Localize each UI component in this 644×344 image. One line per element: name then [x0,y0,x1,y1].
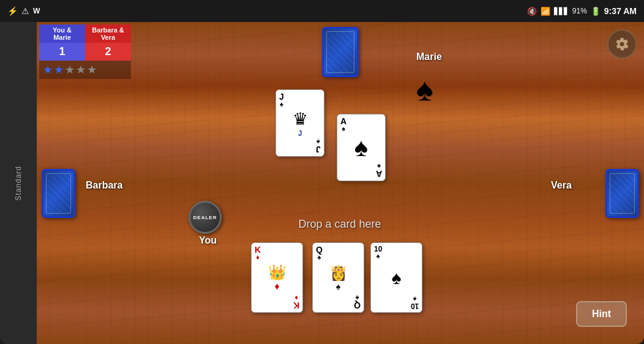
left-card-back [42,169,75,218]
star-1: ★ [43,63,53,77]
drop-zone-text: Drop a card here [298,218,381,231]
card-ace-spades[interactable]: A ♠ ♠ A ♠ [337,114,386,181]
status-right-icons: 🔇 📶 ▋▋▋ 91% 🔋 9:37 AM [527,6,637,16]
dealer-text: DEALER [193,215,217,220]
card-ten-spades[interactable]: 10 ♠ ♠ 10 ♠ [370,242,422,313]
score-board: You &Marie Barbara &Vera 1 2 ★ ★ ★ ★ ★ [39,24,131,79]
team2-score: 2 [85,43,131,61]
drop-zone[interactable]: Drop a card here [263,209,416,239]
right-card-back [605,169,639,218]
card-king-diamonds[interactable]: K ♦ 👑 ♦ K ♦ [251,242,303,313]
settings-button[interactable] [607,29,637,59]
game-area: You &Marie Barbara &Vera 1 2 ★ ★ ★ ★ ★ [37,22,644,344]
marie-spade-symbol: ♠ [416,71,433,108]
player-name-you: You [199,235,217,246]
card-queen-spades[interactable]: Q ♠ 👸 ♠ Q ♠ [312,242,364,313]
status-bar: ⚡ ⚠ W 🔇 📶 ▋▋▋ 91% 🔋 9:37 AM [0,0,644,22]
dealer-chip: DEALER [189,201,222,234]
dealer-chip-label: DEALER [193,215,217,220]
card-corner-bottom-j: J ♠ [316,138,321,154]
team1-header: You &Marie [39,24,85,43]
team1-score: 1 [39,43,85,61]
star-2: ★ [54,63,64,77]
hint-button[interactable]: Hint [576,301,627,327]
star-4: ★ [76,63,86,77]
player-name-barbara: Barbara [86,180,122,191]
score-table: You &Marie Barbara &Vera 1 2 [39,24,131,61]
wifi-icon: 📶 [541,7,550,16]
battery-icon: 🔋 [591,7,601,16]
card-corner-bottom-10: 10 ♠ [411,296,419,310]
battery-percent: 91% [572,7,587,15]
clock: 9:37 AM [604,6,637,16]
left-panel: Standard [0,22,37,344]
standard-label: Standard [14,166,23,201]
card-corner-bottom-a: A ♠ [376,163,382,178]
card-corner-bottom-q: Q ♠ [354,294,361,310]
team2-header: Barbara &Vera [85,24,131,43]
player-name-vera: Vera [551,180,572,191]
status-left-icons: ⚡ ⚠ W [7,6,40,16]
top-card-back [322,27,359,77]
device-frame: ⚡ ⚠ W 🔇 📶 ▋▋▋ 91% 🔋 9:37 AM Standard You… [0,0,644,344]
signal-icon: ▋▋▋ [554,7,569,15]
mute-icon: 🔇 [527,7,537,16]
usb-icon: ⚡ [7,6,18,16]
star-3: ★ [65,63,75,77]
warning-icon: ⚠ [21,6,29,16]
star-5: ★ [87,63,97,77]
stars-row: ★ ★ ★ ★ ★ [39,61,131,79]
card-jack-spades[interactable]: J ♠ ♛ J J ♠ [275,89,324,157]
w-icon: W [33,7,40,15]
player-name-marie: Marie [416,51,442,62]
card-corner-bottom-k: K ♦ [293,294,299,310]
